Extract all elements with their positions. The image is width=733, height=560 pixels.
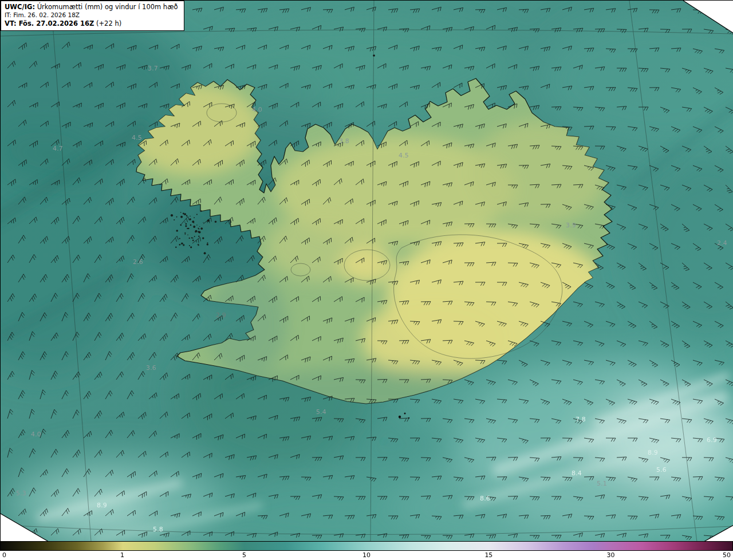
- product-title: UWC/IG: Úrkomumætti (mm) og vindur í 100…: [5, 3, 178, 11]
- valid-time-bold: VT: Fös. 27.02.2026 16Z: [5, 19, 94, 27]
- colorbar-tick: 15: [484, 551, 492, 559]
- colorbar-tick: 0: [2, 551, 6, 559]
- valid-time-offset: (+22 h): [94, 19, 121, 27]
- colorbar: 01510153050: [0, 541, 733, 560]
- colorbar-tick: 50: [723, 551, 731, 559]
- colorbar-tick: 10: [362, 551, 371, 559]
- colorbar-tick: 1: [120, 551, 124, 559]
- valid-time: VT: Fös. 27.02.2026 16Z (+22 h): [5, 19, 178, 28]
- projection-corner-masks: [1, 1, 733, 542]
- init-time: IT: Fim. 26. 02. 2026 18Z: [5, 11, 178, 19]
- product-prefix: UWC/IG:: [5, 3, 35, 11]
- title-box: UWC/IG: Úrkomumætti (mm) og vindur í 100…: [1, 1, 184, 31]
- weather-map-screen: 3.74.04.54.73.84.53.92.42.62.93.65.44.07…: [0, 0, 733, 560]
- colorbar-tick: 30: [607, 551, 615, 559]
- map-area: 3.74.04.54.73.84.53.92.42.62.93.65.44.07…: [0, 0, 733, 541]
- colorbar-tick: 5: [242, 551, 246, 559]
- colorbar-gradient: [0, 541, 733, 551]
- product-name: Úrkomumætti (mm) og vindur í 100m hæð: [35, 3, 178, 11]
- colorbar-tick-labels: 01510153050: [0, 551, 733, 560]
